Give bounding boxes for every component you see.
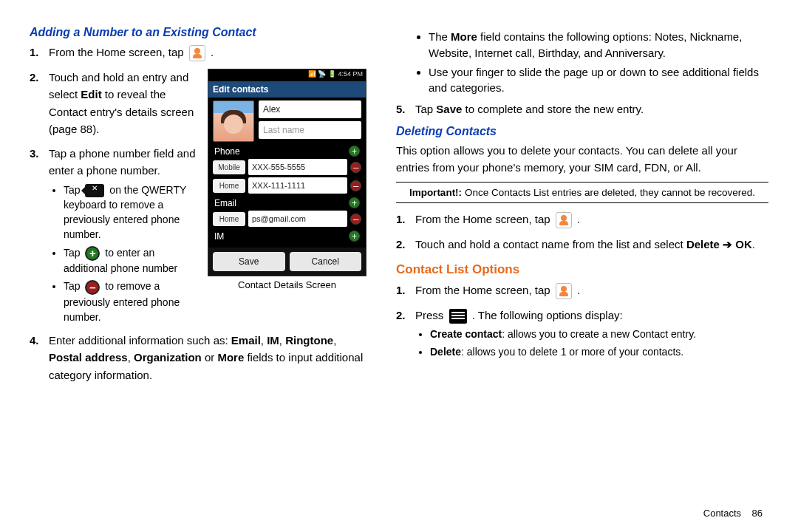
heading-deleting-contacts: Deleting Contacts bbox=[396, 125, 768, 138]
contacts-icon bbox=[556, 283, 572, 299]
slide-bullet: Use your finger to slide the page up or … bbox=[429, 64, 768, 97]
step-1-text-a: From the Home screen, tap bbox=[49, 46, 187, 58]
more-field-bullet: The More field contains the following op… bbox=[429, 29, 768, 61]
delete-intro: This option allows you to delete your co… bbox=[396, 143, 768, 176]
step3-bullet-add: Tap + to enter an additional phone numbe… bbox=[64, 245, 366, 276]
heading-add-number: Adding a Number to an Existing Contact bbox=[30, 26, 366, 39]
del-step-2: 2. Touch and hold a contact name from th… bbox=[396, 236, 768, 253]
step3-bullet-del: Tap on the QWERTY keyboard to remove a p… bbox=[64, 183, 366, 242]
clo-step-1: 1. From the Home screen, tap . bbox=[396, 282, 768, 299]
minus-icon: – bbox=[85, 280, 100, 295]
step-1-text-b: . bbox=[211, 46, 214, 58]
contacts-icon bbox=[189, 45, 205, 61]
del-step-1: 1. From the Home screen, tap . bbox=[396, 211, 768, 228]
clo-step-2: 2. Press . The following options display… bbox=[396, 307, 768, 360]
heading-contact-list-options: Contact List Options bbox=[396, 262, 768, 277]
backspace-key-icon bbox=[85, 184, 104, 197]
step-5: 5. Tap Save to complete and store the ne… bbox=[396, 100, 768, 117]
clo-bullet-create: Create contact: allows you to create a n… bbox=[430, 327, 768, 341]
step-3: 3. Tap a phone number field and enter a … bbox=[30, 145, 366, 324]
step-4: 4. Enter additional information such as:… bbox=[30, 332, 366, 383]
contacts-icon bbox=[556, 212, 572, 228]
step-2: 2. Touch and hold an entry and select Ed… bbox=[30, 69, 366, 137]
plus-icon: + bbox=[85, 246, 100, 261]
page-footer: Contacts 86 bbox=[703, 508, 763, 519]
important-note: Important!: Once Contacts List entries a… bbox=[396, 182, 768, 203]
clo-bullet-delete: Delete: allows you to delete 1 or more o… bbox=[430, 344, 768, 359]
menu-key-icon bbox=[449, 309, 467, 324]
step3-bullet-remove: Tap – to remove a previously entered pho… bbox=[64, 279, 366, 324]
step-1: 1. From the Home screen, tap . bbox=[30, 44, 366, 61]
